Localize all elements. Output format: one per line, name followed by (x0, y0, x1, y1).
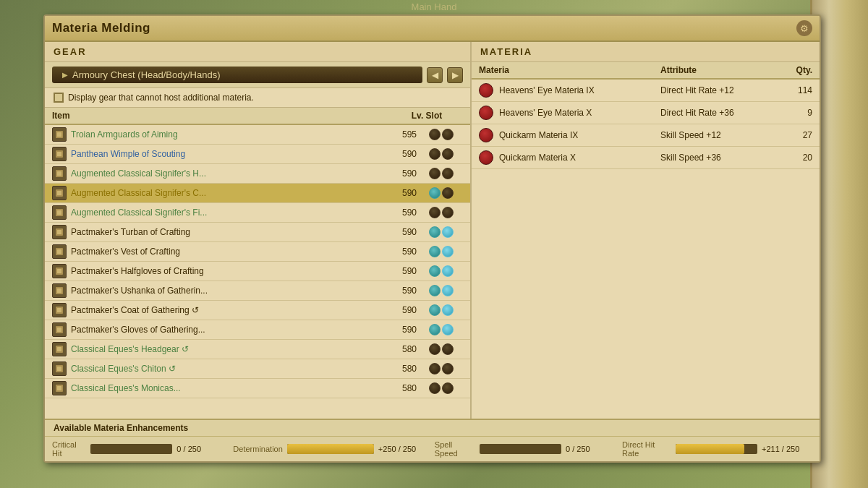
stat-item: Determination +250 / 250 (233, 444, 428, 454)
gear-row[interactable]: Troian Armguards of Aiming 595 (45, 125, 470, 145)
svg-rect-19 (57, 308, 61, 312)
materia-item-name: Heavens' Eye Materia X (499, 108, 660, 118)
gear-row[interactable]: Augmented Classical Signifer's C... 590 (45, 184, 470, 203)
stat-value: +211 / 250 (762, 445, 812, 453)
materia-slot-1 (429, 207, 441, 218)
col-lv-header: Lv. Slot (391, 111, 463, 121)
gear-row[interactable]: Pactmaker's Coat of Gathering ↺ 590 (45, 301, 470, 320)
materia-row[interactable]: Quickarm Materia X Skill Speed +36 20 (472, 147, 820, 169)
armoury-prev-button[interactable]: ◀ (427, 67, 443, 83)
stat-value: +250 / 250 (378, 445, 429, 453)
svg-rect-15 (57, 269, 61, 273)
materia-slot-group (420, 324, 463, 335)
gear-item-icon (52, 244, 67, 259)
checkbox-label: Display gear that cannot host additional… (68, 93, 254, 103)
materia-slot-1 (429, 187, 441, 199)
materia-item-name: Heavens' Eye Materia IX (499, 85, 660, 95)
gear-item-level: 590 (391, 325, 417, 335)
materia-row[interactable]: Quickarm Materia IX Skill Speed +12 27 (472, 124, 820, 147)
materia-slot-1 (429, 265, 441, 277)
materia-slot-2 (442, 226, 454, 238)
materia-item-qty: 9 (776, 108, 812, 118)
gear-item-name: Pactmaker's Gloves of Gathering... (71, 325, 391, 335)
materia-slot-2 (442, 207, 454, 218)
materia-slot-2 (442, 246, 454, 257)
materia-slot-1 (429, 129, 441, 140)
col-qty-header: Qty. (776, 65, 812, 75)
gear-item-icon (52, 361, 67, 376)
svg-rect-17 (57, 288, 61, 293)
gear-item-level: 590 (391, 305, 417, 315)
settings-icon[interactable]: ⚙ (796, 20, 812, 36)
armoury-text: Armoury Chest (Head/Body/Hands) (72, 69, 220, 80)
materia-slot-group (420, 343, 463, 355)
gear-item-level: 580 (391, 344, 417, 354)
gear-row[interactable]: Pactmaker's Ushanka of Gatherin... 590 (45, 281, 470, 301)
gear-item-icon (52, 264, 67, 278)
stat-bar-bg (676, 444, 757, 454)
svg-rect-3 (57, 152, 61, 156)
gear-item-icon (52, 127, 67, 142)
stat-value: 0 / 250 (566, 445, 616, 453)
gear-item-name: Pactmaker's Halfgloves of Crafting (71, 266, 391, 276)
materia-slot-1 (429, 324, 441, 335)
materia-slot-group (420, 304, 463, 316)
materia-slot-1 (429, 226, 441, 238)
gear-row[interactable]: Panthean Wimple of Scouting 590 (45, 145, 470, 164)
materia-item-qty: 20 (776, 153, 812, 163)
gear-item-level: 590 (391, 266, 417, 276)
gear-row[interactable]: Pactmaker's Vest of Crafting 590 (45, 242, 470, 262)
gear-row[interactable]: Classical Eques's Chiton ↺ 580 (45, 359, 470, 379)
gear-item-level: 590 (391, 149, 417, 159)
gear-row[interactable]: Augmented Classical Signifer's Fi... 590 (45, 203, 470, 223)
materia-slot-group (420, 168, 463, 179)
materia-slot-1 (429, 343, 441, 355)
gear-row[interactable]: Augmented Classical Signifer's H... 590 (45, 164, 470, 184)
materia-slot-group (420, 226, 463, 238)
gear-item-level: 590 (391, 227, 417, 237)
materia-slot-1 (429, 382, 441, 394)
materia-item-attribute: Skill Speed +36 (660, 153, 776, 163)
checkbox-row: Display gear that cannot host additional… (45, 88, 470, 108)
materia-slot-2 (442, 148, 454, 160)
stat-value: 0 / 250 (176, 445, 227, 453)
materia-item-icon (479, 83, 493, 98)
materia-item-name: Quickarm Materia IX (499, 130, 660, 140)
bottom-section: Available Materia Enhancements Critical … (45, 419, 820, 461)
armoury-arrow-icon: ▶ (62, 71, 68, 79)
materia-slot-2 (442, 304, 454, 316)
stat-bar-bg (480, 444, 561, 454)
gear-row[interactable]: Classical Eques's Monicas... 580 (45, 379, 470, 398)
svg-rect-27 (57, 386, 61, 390)
gear-item-level: 580 (391, 364, 417, 374)
materia-item-icon (479, 128, 493, 142)
gear-item-icon (52, 342, 67, 356)
materia-slot-group (420, 382, 463, 394)
gear-item-name: Pactmaker's Vest of Crafting (71, 247, 391, 257)
armoury-next-button[interactable]: ▶ (447, 67, 463, 83)
window-body: GEAR ▶ Armoury Chest (Head/Body/Hands) ◀… (45, 42, 820, 458)
materia-row[interactable]: Heavens' Eye Materia IX Direct Hit Rate … (472, 80, 820, 102)
materia-table-header: Materia Attribute Qty. (472, 62, 820, 80)
gear-item-level: 590 (391, 286, 417, 296)
materia-item-attribute: Skill Speed +12 (660, 130, 776, 140)
svg-rect-5 (57, 171, 61, 176)
gear-row[interactable]: Pactmaker's Gloves of Gathering... 590 (45, 320, 470, 340)
gear-row[interactable]: Classical Eques's Headgear ↺ 580 (45, 340, 470, 359)
materia-slot-group (420, 129, 463, 140)
gear-section-header: GEAR (45, 42, 470, 62)
materia-item-icon (479, 150, 493, 165)
gear-item-name: Troian Armguards of Aiming (71, 129, 391, 140)
svg-rect-23 (57, 347, 61, 351)
materia-item-attribute: Direct Hit Rate +36 (660, 108, 776, 118)
armoury-label: ▶ Armoury Chest (Head/Body/Hands) (52, 67, 422, 83)
gear-row[interactable]: Pactmaker's Halfgloves of Crafting 590 (45, 262, 470, 281)
svg-rect-11 (57, 230, 61, 234)
materia-slot-group (420, 148, 463, 160)
gear-row[interactable]: Pactmaker's Turban of Crafting 590 (45, 223, 470, 242)
display-checkbox[interactable] (54, 93, 64, 103)
gear-item-icon (52, 166, 67, 181)
materia-slot-1 (429, 285, 441, 296)
main-hand-label: Main Hand (412, 1, 457, 12)
materia-row[interactable]: Heavens' Eye Materia X Direct Hit Rate +… (472, 102, 820, 124)
